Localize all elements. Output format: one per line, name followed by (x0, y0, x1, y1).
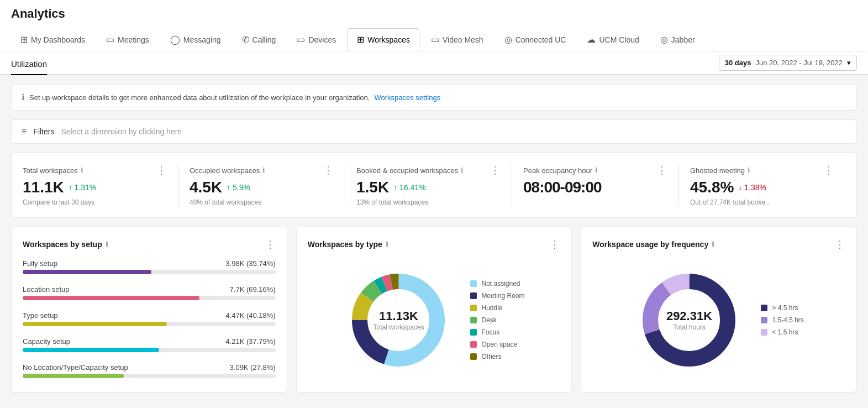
ucm-cloud-label: UCM Cloud (599, 35, 639, 44)
metric-card-2: Booked & occupied workspaces ℹ ⋮ 1.5K ↑ … (345, 164, 512, 206)
top-bar: Analytics ⊞My Dashboards▭Meetings◯Messag… (0, 0, 868, 51)
tab-ucm-cloud[interactable]: ☁UCM Cloud (577, 28, 648, 51)
filter-placeholder: Select a dimension by clicking here (61, 127, 182, 136)
legend-dot-6 (470, 353, 477, 360)
metric-number-1: 4.5K (190, 179, 222, 196)
metric-number-2: 1.5K (356, 179, 389, 196)
bar-item-1: Location setup 7.7K (69.16%) (23, 285, 276, 300)
metric-change-4: ↓ 1.38% (738, 183, 766, 192)
metric-more-4[interactable]: ⋮ (824, 164, 834, 176)
metric-title-3: Peak occupancy hour ℹ (523, 166, 598, 175)
bar-fill-3 (23, 348, 159, 352)
chart-type-header: Workspaces by type ℹ ⋮ (308, 238, 561, 250)
tab-calling[interactable]: ✆Calling (233, 28, 286, 51)
chart-frequency-title: Workspace usage by frequency ℹ (592, 240, 714, 249)
bar-item-3: Capacity setup 4.21K (37.79%) (23, 337, 276, 352)
filters-bar[interactable]: ≡ Filters Select a dimension by clicking… (11, 119, 857, 144)
jabber-icon: ◎ (660, 34, 668, 45)
chart-frequency-more-button[interactable]: ⋮ (835, 238, 845, 250)
tab-messaging[interactable]: ◯Messaging (161, 28, 230, 51)
donut-freq-chart: 292.31K Total hours (634, 265, 744, 375)
metric-header-1: Occupied workspaces ℹ ⋮ (190, 164, 334, 176)
legend-label-6: Others (481, 353, 501, 360)
workspaces-settings-link[interactable]: Workspaces settings (374, 93, 440, 102)
utilization-tab[interactable]: Utilization (11, 51, 47, 75)
legend-item-5: Open space (470, 341, 524, 348)
video-mesh-label: Video Mesh (443, 35, 483, 44)
charts-row: Workspaces by setup ℹ ⋮ Fully setup 3.98… (11, 227, 857, 393)
metric-more-3[interactable]: ⋮ (657, 164, 667, 176)
my-dashboards-label: My Dashboards (31, 35, 85, 44)
legend-label-5: Open space (481, 341, 517, 348)
donut-type-value: 11.13K (373, 309, 424, 323)
metric-change-2: ↑ 16.41% (393, 183, 425, 192)
metric-more-2[interactable]: ⋮ (490, 164, 501, 176)
date-selector[interactable]: 30 days Jun 20, 2022 - Jul 19, 2022 ▾ (719, 55, 857, 71)
metric-card-4: Ghosted meeting ℹ ⋮ 45.8% ↓ 1.38% Out of… (679, 164, 845, 206)
metric-info-icon-0: ℹ (81, 166, 83, 174)
sub-header: Utilization 30 days Jun 20, 2022 - Jul 1… (0, 51, 868, 75)
metric-info-icon-3: ℹ (595, 166, 598, 174)
bar-label-4: No Location/Type/Capacity setup (23, 363, 128, 372)
bar-list: Fully setup 3.98K (35.74%) Location setu… (23, 259, 276, 378)
tab-connected-uc[interactable]: ◎Connected UC (495, 28, 576, 51)
info-icon: ℹ (22, 92, 25, 102)
legend-dot-2 (761, 329, 767, 336)
legend-dot-5 (470, 341, 477, 348)
tab-video-mesh[interactable]: ▭Video Mesh (422, 28, 493, 51)
legend-label-0: Not assigned (481, 280, 520, 287)
legend-dot-0 (470, 280, 477, 287)
bar-value-1: 7.7K (69.16%) (230, 285, 276, 294)
metric-value-2: 1.5K ↑ 16.41% (356, 179, 501, 196)
bar-label-0: Fully setup (23, 259, 57, 268)
metric-sub-1: 40% of total workspaces (190, 198, 334, 206)
chart-type-card: Workspaces by type ℹ ⋮ 11.13K Total work… (296, 227, 572, 393)
legend-item-0: > 4.5 hrs (761, 304, 803, 312)
metric-value-4: 45.8% ↓ 1.38% (690, 179, 834, 196)
donut-type-legend: Not assignedMeeting RoomHuddleDeskFocusO… (470, 280, 524, 360)
metric-more-1[interactable]: ⋮ (323, 164, 334, 176)
metric-title-0: Total workspaces ℹ (23, 166, 83, 175)
tab-jabber[interactable]: ◎Jabber (651, 28, 704, 51)
tab-devices[interactable]: ▭Devices (287, 28, 345, 51)
donut-freq-legend: > 4.5 hrs1.5-4.5 hrs< 1.5 hrs (761, 304, 803, 336)
bar-fill-0 (23, 270, 151, 274)
legend-dot-1 (470, 292, 477, 299)
bar-list-wrapper: Fully setup 3.98K (35.74%) Location setu… (23, 259, 276, 378)
bar-label-row-1: Location setup 7.7K (69.16%) (23, 285, 276, 294)
legend-item-2: Huddle (470, 304, 524, 312)
legend-label-3: Desk (481, 316, 496, 324)
donut-freq-value: 292.31K (666, 309, 712, 323)
tab-my-dashboards[interactable]: ⊞My Dashboards (11, 28, 94, 51)
chart-frequency-header: Workspace usage by frequency ℹ ⋮ (592, 238, 845, 250)
chart-type-more-button[interactable]: ⋮ (550, 238, 560, 250)
chevron-down-icon: ▾ (847, 59, 851, 67)
metric-change-0: ↑ 1.31% (69, 183, 97, 192)
bar-item-0: Fully setup 3.98K (35.74%) (23, 259, 276, 274)
chart-setup-info-icon: ℹ (106, 240, 108, 248)
workspaces-label: Workspaces (367, 35, 410, 44)
metric-more-0[interactable]: ⋮ (156, 164, 167, 176)
legend-label-1: Meeting Room (481, 292, 524, 300)
bar-item-4: No Location/Type/Capacity setup 3.09K (2… (23, 363, 276, 378)
calling-icon: ✆ (242, 34, 249, 45)
tab-meetings[interactable]: ▭Meetings (97, 28, 159, 51)
devices-icon: ▭ (297, 34, 305, 45)
metric-number-3: 08:00-09:00 (523, 179, 602, 196)
bar-track-1 (23, 296, 276, 300)
page-title: Analytics (11, 7, 857, 21)
metric-title-4: Ghosted meeting ℹ (690, 166, 750, 175)
metric-change-1: ↑ 5.9% (227, 183, 250, 192)
chart-type-info-icon: ℹ (386, 240, 388, 248)
legend-item-6: Others (470, 353, 524, 360)
tab-workspaces[interactable]: ⊞Workspaces (348, 28, 419, 51)
connected-uc-icon: ◎ (504, 34, 512, 45)
metric-card-0: Total workspaces ℹ ⋮ 11.1K ↑ 1.31% Compa… (23, 164, 178, 206)
legend-label-2: Huddle (481, 304, 502, 312)
bar-label-2: Type setup (23, 311, 58, 320)
bar-label-row-4: No Location/Type/Capacity setup 3.09K (2… (23, 363, 276, 372)
bar-track-4 (23, 374, 276, 378)
metric-header-0: Total workspaces ℹ ⋮ (23, 164, 167, 176)
legend-dot-3 (470, 317, 477, 323)
chart-setup-more-button[interactable]: ⋮ (265, 238, 276, 250)
